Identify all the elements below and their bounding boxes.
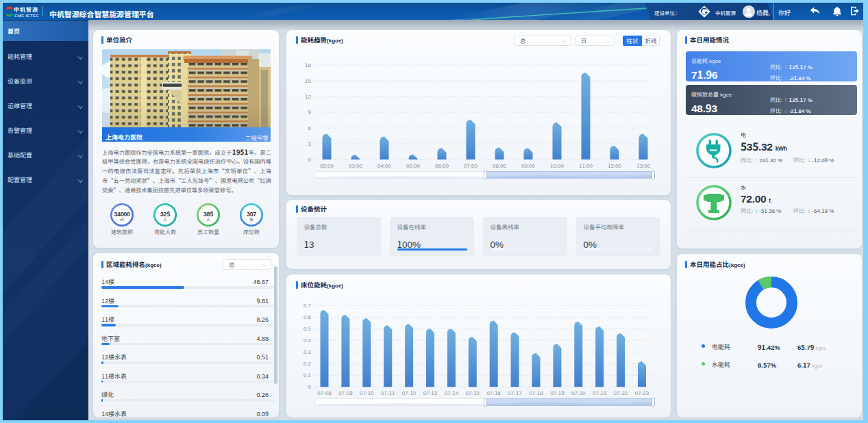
svg-text:07-11: 07-11 (381, 389, 395, 396)
svg-text:07-16: 07-16 (486, 389, 501, 396)
svg-text:0.7: 0.7 (303, 301, 312, 309)
svg-text:07-20: 07-20 (571, 389, 586, 396)
svg-text:0.5: 0.5 (303, 324, 311, 332)
svg-text:07-19: 07-19 (550, 389, 564, 396)
svg-text:07-14: 07-14 (445, 389, 459, 396)
svg-text:03:00: 03:00 (349, 162, 363, 169)
svg-text:05:00: 05:00 (406, 162, 421, 169)
svg-text:3: 3 (308, 140, 312, 147)
svg-text:07-22: 07-22 (614, 389, 628, 396)
svg-text:11:00: 11:00 (579, 162, 593, 169)
svg-text:07-09: 07-09 (338, 389, 352, 396)
svg-text:6: 6 (308, 124, 312, 131)
svg-text:07-23: 07-23 (635, 389, 649, 396)
svg-text:0.4: 0.4 (303, 336, 312, 344)
svg-text:07-12: 07-12 (402, 389, 417, 396)
svg-text:13:00: 13:00 (636, 162, 651, 169)
svg-text:09:00: 09:00 (521, 162, 536, 169)
svg-text:07-08: 07-08 (317, 389, 332, 396)
svg-text:0: 0 (308, 383, 312, 390)
svg-text:9: 9 (308, 108, 311, 116)
svg-text:12: 12 (305, 92, 311, 100)
svg-text:0.2: 0.2 (303, 359, 312, 367)
svg-text:12:00: 12:00 (608, 162, 622, 169)
svg-text:0.1: 0.1 (303, 371, 311, 379)
svg-text:07-21: 07-21 (593, 389, 606, 396)
svg-text:07:00: 07:00 (464, 162, 478, 169)
svg-text:08:00: 08:00 (493, 162, 507, 169)
svg-text:0.3: 0.3 (303, 348, 312, 355)
svg-text:06:00: 06:00 (435, 162, 449, 169)
svg-text:18: 18 (305, 61, 311, 68)
svg-text:04:00: 04:00 (377, 162, 392, 169)
svg-text:02:00: 02:00 (320, 162, 334, 169)
svg-text:07-15: 07-15 (466, 389, 480, 396)
svg-text:15: 15 (305, 77, 311, 84)
svg-text:0.6: 0.6 (303, 313, 312, 320)
svg-text:07-13: 07-13 (423, 389, 438, 396)
svg-text:07-18: 07-18 (529, 389, 543, 396)
svg-text:07-17: 07-17 (508, 389, 522, 396)
svg-text:07-10: 07-10 (360, 389, 374, 396)
svg-text:0: 0 (308, 155, 312, 163)
svg-text:10:00: 10:00 (550, 162, 565, 169)
